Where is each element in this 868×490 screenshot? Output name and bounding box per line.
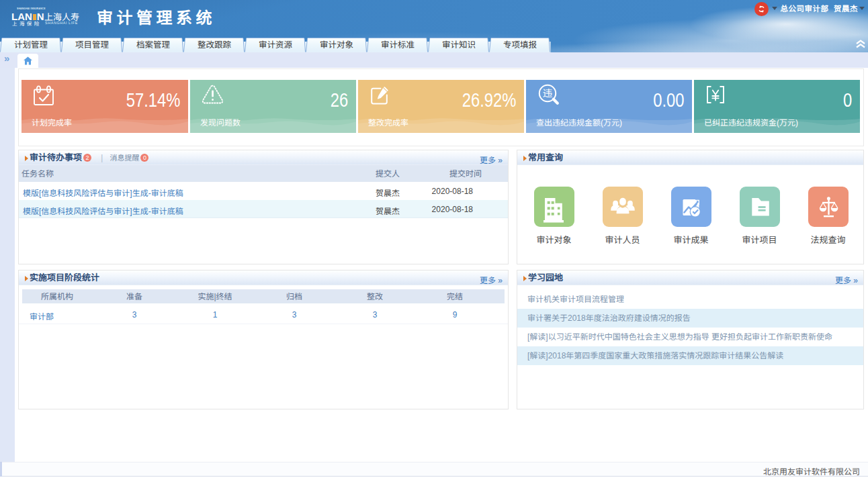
svg-text:违: 违: [543, 85, 553, 99]
